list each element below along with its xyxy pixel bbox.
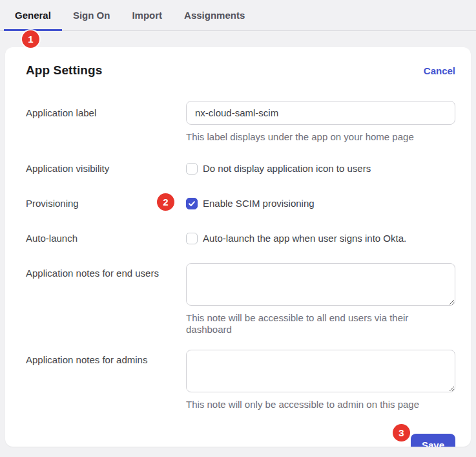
tab-assignments[interactable]: Assignments bbox=[173, 0, 256, 30]
notes-end-users-row: Application notes for end users This not… bbox=[26, 263, 455, 335]
auto-launch-control: Auto-launch the app when user signs into… bbox=[186, 232, 455, 245]
auto-launch-checkbox-label: Auto-launch the app when user signs into… bbox=[203, 232, 406, 245]
annotation-badge-1: 1 bbox=[22, 30, 39, 48]
application-label-label: Application label bbox=[26, 101, 186, 120]
application-visibility-row: Application visibility Do not display ap… bbox=[26, 162, 455, 175]
application-visibility-checkbox-label: Do not display application icon to users bbox=[203, 162, 371, 175]
card-header: App Settings Cancel bbox=[26, 63, 455, 78]
application-label-helper: This label displays under the app on you… bbox=[186, 131, 455, 143]
notes-end-users-textarea[interactable] bbox=[186, 263, 455, 306]
auto-launch-row: Auto-launch Auto-launch the app when use… bbox=[26, 232, 455, 245]
check-icon bbox=[188, 200, 196, 207]
application-visibility-control: Do not display application icon to users bbox=[186, 162, 455, 175]
notes-end-users-helper: This note will be accessible to all end … bbox=[186, 312, 455, 335]
application-label-input[interactable] bbox=[186, 101, 455, 125]
auto-launch-checkbox[interactable] bbox=[186, 233, 198, 244]
cancel-button[interactable]: Cancel bbox=[424, 65, 455, 76]
notes-admins-helper: This note will only be accessible to adm… bbox=[186, 399, 455, 410]
app-settings-card: App Settings Cancel Application label Th… bbox=[5, 47, 471, 447]
provisioning-row: Provisioning Enable SCIM provisioning bbox=[26, 197, 455, 210]
provisioning-checkbox-label: Enable SCIM provisioning bbox=[203, 197, 315, 210]
save-row: Save bbox=[26, 434, 455, 447]
notes-admins-row: Application notes for admins This note w… bbox=[26, 350, 455, 410]
provisioning-checkbox[interactable] bbox=[186, 198, 198, 209]
app-tabs: General Sign On Import Assignments bbox=[0, 0, 476, 31]
notes-admins-label: Application notes for admins bbox=[26, 350, 186, 367]
notes-end-users-label: Application notes for end users bbox=[26, 263, 186, 280]
auto-launch-label: Auto-launch bbox=[26, 232, 186, 245]
page-title: App Settings bbox=[26, 63, 102, 78]
application-label-control: This label displays under the app on you… bbox=[186, 101, 455, 143]
notes-admins-control: This note will only be accessible to adm… bbox=[186, 350, 455, 410]
annotation-badge-3: 3 bbox=[393, 424, 410, 441]
notes-admins-textarea[interactable] bbox=[186, 350, 455, 392]
provisioning-control: Enable SCIM provisioning bbox=[186, 197, 455, 210]
save-button[interactable]: Save bbox=[411, 434, 455, 447]
application-label-row: Application label This label displays un… bbox=[26, 101, 455, 143]
tab-general[interactable]: General bbox=[4, 0, 62, 30]
annotation-badge-2: 2 bbox=[157, 193, 174, 211]
notes-end-users-control: This note will be accessible to all end … bbox=[186, 263, 455, 335]
application-visibility-checkbox[interactable] bbox=[186, 163, 198, 175]
tab-sign-on[interactable]: Sign On bbox=[62, 0, 121, 30]
application-visibility-label: Application visibility bbox=[26, 162, 186, 175]
tab-import[interactable]: Import bbox=[121, 0, 173, 30]
